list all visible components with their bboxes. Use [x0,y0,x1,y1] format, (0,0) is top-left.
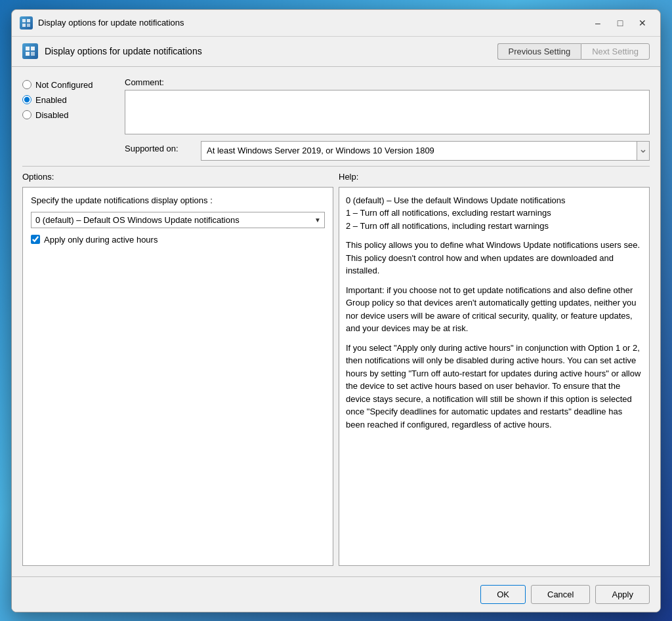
svg-rect-5 [31,47,35,50]
help-text: 0 (default) – Use the default Windows Up… [346,194,642,431]
svg-rect-2 [22,24,26,27]
minimize-button[interactable]: – [588,15,608,31]
ok-button[interactable]: OK [480,585,526,604]
radio-group: Not Configured Enabled Disabled [22,80,114,120]
radio-disabled[interactable]: Disabled [22,110,114,120]
svg-rect-3 [27,24,30,27]
help-line-1: 0 (default) – Use the default Windows Up… [346,194,642,233]
options-box: Specify the update notifications display… [22,187,333,566]
comment-textarea[interactable] [125,90,650,134]
active-hours-checkbox[interactable] [31,235,40,244]
help-col: 0 (default) – Use the default Windows Up… [339,187,650,566]
active-hours-checkbox-label[interactable]: Apply only during active hours [31,235,325,245]
top-row: Not Configured Enabled Disabled Comment: [22,77,650,134]
next-setting-button[interactable]: Next Setting [581,43,650,60]
options-section-label: Options: [22,172,54,182]
notification-dropdown[interactable]: 0 (default) – Default OS Windows Update … [31,212,325,228]
help-line-2: This policy allows you to define what Wi… [346,239,642,277]
options-col: Specify the update notifications display… [22,187,339,566]
radio-enabled[interactable]: Enabled [22,95,114,105]
header-icon [22,43,38,59]
main-window: Display options for update notifications… [11,9,661,612]
options-help-row: Specify the update notifications display… [22,187,650,566]
header-section: Display options for update notifications… [12,37,660,67]
cancel-button[interactable]: Cancel [531,585,590,604]
comment-label: Comment: [125,77,650,87]
supported-value: At least Windows Server 2019, or Windows… [207,146,434,155]
radio-enabled-input[interactable] [22,95,32,104]
header-left: Display options for update notifications [22,43,202,59]
comment-section: Comment: [125,77,650,134]
header-title: Display options for update notifications [45,46,202,56]
radio-disabled-label: Disabled [35,110,69,120]
help-line-4: If you select "Apply only during active … [346,342,642,431]
nav-buttons: Previous Setting Next Setting [497,43,650,60]
title-bar-controls: – □ ✕ [588,15,652,31]
apply-button[interactable]: Apply [595,585,650,604]
main-section: Not Configured Enabled Disabled Comment:… [12,67,660,576]
prev-setting-button[interactable]: Previous Setting [497,43,581,60]
title-bar: Display options for update notifications… [12,10,660,37]
dropdown-wrapper: 0 (default) – Default OS Windows Update … [31,212,325,228]
radio-not-configured-label: Not Configured [35,80,93,90]
window-icon [20,16,33,30]
supported-label: Supported on: [125,144,190,153]
close-button[interactable]: ✕ [633,15,652,31]
svg-rect-7 [31,52,35,56]
radio-not-configured-input[interactable] [22,80,32,89]
svg-rect-4 [26,47,30,50]
supported-box: At least Windows Server 2019, or Windows… [201,141,650,161]
divider [22,166,650,167]
active-hours-label: Apply only during active hours [44,235,158,245]
options-box-label: Specify the update notifications display… [31,195,325,205]
supported-row: Supported on: At least Windows Server 20… [125,141,650,161]
section-labels: Options: Help: [22,172,650,182]
window-title: Display options for update notifications [38,18,184,28]
footer: OK Cancel Apply [12,576,660,612]
svg-rect-0 [22,19,26,22]
title-bar-left: Display options for update notifications [20,16,184,30]
help-box: 0 (default) – Use the default Windows Up… [339,187,650,566]
svg-rect-6 [26,52,30,56]
radio-not-configured[interactable]: Not Configured [22,80,114,90]
radio-enabled-label: Enabled [35,95,67,105]
radio-disabled-input[interactable] [22,110,32,119]
svg-rect-1 [27,19,30,22]
help-section-label: Help: [339,172,358,182]
help-line-3: Important: if you choose not to get upda… [346,284,642,335]
maximize-button[interactable]: □ [610,15,630,31]
